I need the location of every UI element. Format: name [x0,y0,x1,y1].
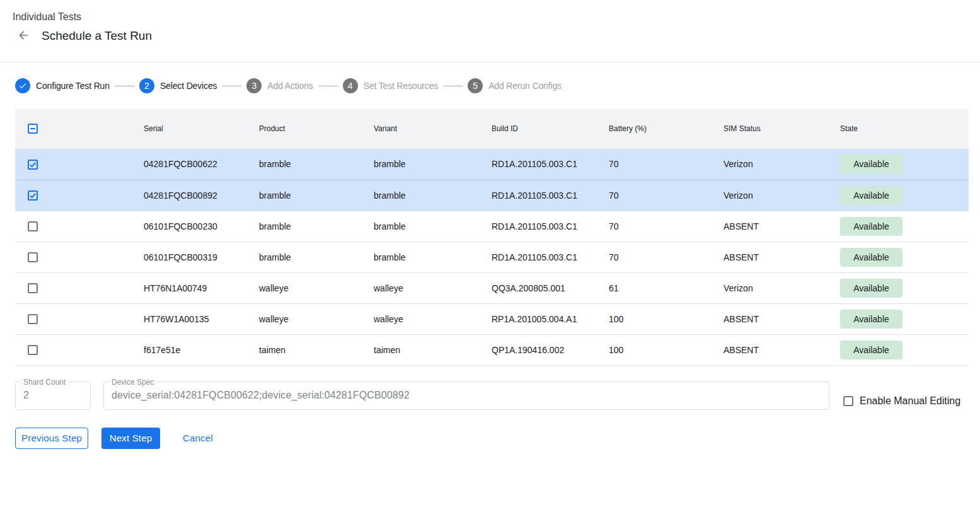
device-row[interactable]: 06101FQCB00230bramblebrambleRD1A.201105.… [15,211,969,242]
cell-serial: 04281FQCB00892 [144,180,259,211]
cell-battery: 70 [609,242,723,272]
step-check-icon [15,78,30,93]
step-connector [222,85,242,87]
step-number: 3 [246,78,262,93]
cell-battery: 61 [609,272,723,303]
step-label: Configure Test Run [36,81,110,91]
header-divider [0,62,980,62]
select-all-checkbox[interactable] [28,124,38,134]
step-add-rerun-configs[interactable]: 5Add Rerun Configs [468,78,562,93]
row-checkbox[interactable] [28,314,38,324]
row-checkbox[interactable] [28,345,38,355]
cell-build-id: RD1A.201105.003.C1 [492,180,609,211]
cell-build-id: QP1A.190416.002 [492,334,609,365]
row-checkbox[interactable] [28,190,38,201]
page-title: Schedule a Test Run [42,29,152,43]
cell-product: bramble [259,149,374,180]
next-step-button[interactable]: Next Step [101,428,160,449]
actions-row: Previous Step Next Step Cancel [15,428,980,449]
form-row: Shard Count Device Spec Enable Manual Ed… [15,382,980,410]
device-spec-field: Device Spec [103,382,829,410]
row-checkbox[interactable] [28,283,38,293]
step-connector [443,85,463,87]
state-badge: Available [840,186,902,205]
step-select-devices[interactable]: 2Select Devices [139,78,217,93]
cell-state: Available [840,272,969,303]
column-header-sim-status: SIM Status [723,108,840,149]
arrow-back-icon [17,29,30,44]
back-button[interactable] [16,28,31,44]
step-label: Add Rerun Configs [488,81,562,91]
cell-build-id: RP1A.201005.004.A1 [492,303,609,334]
step-label: Set Test Resources [364,81,438,91]
device-row[interactable]: 06101FQCB00319bramblebrambleRD1A.201105.… [15,242,969,272]
cell-serial: 06101FQCB00230 [144,211,259,242]
device-table: Serial Product Variant Build ID Battery … [15,108,969,366]
cell-variant: walleye [374,272,492,303]
row-checkbox[interactable] [28,160,38,170]
column-header-variant: Variant [374,108,492,149]
enable-manual-editing-checkbox[interactable] [843,396,853,406]
cell-state: Available [840,180,969,211]
cell-variant: taimen [374,334,492,365]
cell-sim-status: ABSENT [723,211,840,242]
state-badge: Available [840,310,902,329]
device-row[interactable]: f617e51etaimentaimenQP1A.190416.002100AB… [15,334,969,365]
cell-sim-status: ABSENT [723,242,840,272]
cancel-button[interactable]: Cancel [183,428,213,449]
device-row[interactable]: 04281FQCB00892bramblebrambleRD1A.201105.… [15,180,969,211]
state-badge: Available [840,279,902,298]
step-connector [115,85,135,87]
column-header-product: Product [259,108,374,149]
device-table-header-row: Serial Product Variant Build ID Battery … [15,108,969,149]
cell-battery: 100 [609,303,723,334]
shard-count-label: Shard Count [21,378,68,387]
previous-step-button[interactable]: Previous Step [15,428,88,449]
page-header: Individual Tests Schedule a Test Run [0,0,980,44]
step-number: 4 [343,78,358,93]
cell-variant: bramble [374,242,492,272]
cell-product: taimen [259,334,374,365]
row-checkbox[interactable] [28,221,38,231]
enable-manual-editing-toggle[interactable]: Enable Manual Editing [843,395,960,407]
state-badge: Available [840,217,902,236]
cell-state: Available [840,211,969,242]
cell-variant: bramble [374,180,492,211]
cell-sim-status: Verizon [723,149,840,180]
device-row[interactable]: 04281FQCB00622bramblebrambleRD1A.201105.… [15,149,969,180]
cell-battery: 100 [609,334,723,365]
step-set-test-resources[interactable]: 4Set Test Resources [343,78,438,93]
cell-battery: 70 [609,211,723,242]
cell-product: walleye [259,303,374,334]
cell-battery: 70 [609,180,723,211]
breadcrumb: Individual Tests [13,12,980,22]
title-row: Schedule a Test Run [13,28,980,44]
column-header-state: State [840,108,969,149]
device-row[interactable]: HT76N1A00749walleyewalleyeQQ3A.200805.00… [15,272,969,303]
cell-build-id: RD1A.201105.003.C1 [492,211,609,242]
row-checkbox[interactable] [28,252,38,262]
cell-serial: HT76N1A00749 [144,272,259,303]
step-connector [318,85,338,87]
cell-sim-status: Verizon [723,180,840,211]
shard-count-field: Shard Count [15,382,91,410]
device-spec-input[interactable] [104,382,829,409]
step-number: 2 [139,78,154,93]
device-table-body: 04281FQCB00622bramblebrambleRD1A.201105.… [15,149,969,365]
cell-build-id: QQ3A.200805.001 [492,272,609,303]
cell-state: Available [840,149,969,180]
cell-state: Available [840,334,969,365]
cell-state: Available [840,242,969,272]
cell-sim-status: ABSENT [723,303,840,334]
step-configure-test-run[interactable]: Configure Test Run [15,78,110,93]
state-badge: Available [840,341,902,359]
cell-variant: walleye [374,303,492,334]
cell-sim-status: Verizon [723,272,840,303]
column-header-build-id: Build ID [492,108,609,149]
device-row[interactable]: HT76W1A00135walleyewalleyeRP1A.201005.00… [15,303,969,334]
step-add-actions[interactable]: 3Add Actions [246,78,313,93]
cell-sim-status: ABSENT [723,334,840,365]
cell-state: Available [840,303,969,334]
cell-battery: 70 [609,149,723,180]
cell-product: walleye [259,272,374,303]
